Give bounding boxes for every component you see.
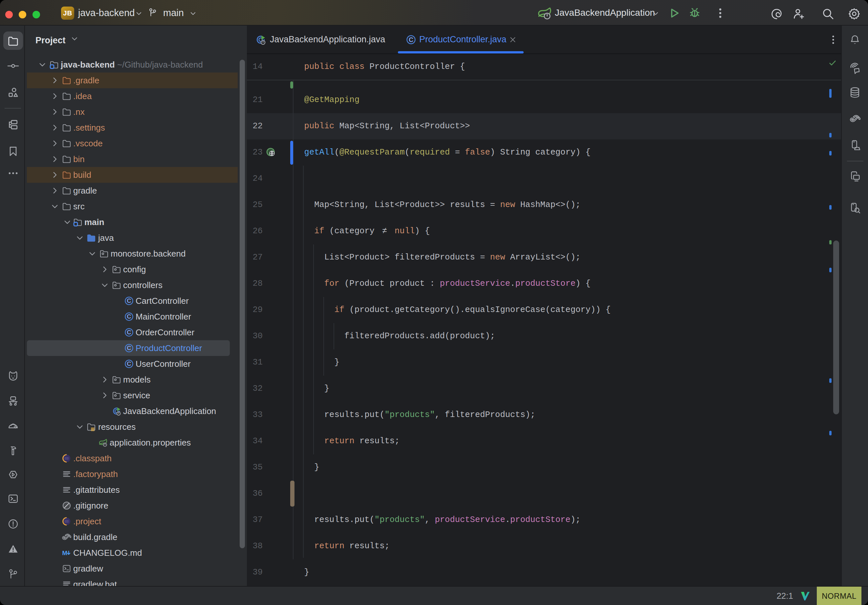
svg-text:C: C: [127, 297, 131, 304]
svg-text:C: C: [409, 36, 413, 43]
svg-text:C: C: [127, 313, 131, 320]
svg-text:C: C: [127, 360, 131, 367]
svg-text:M: M: [62, 549, 67, 557]
svg-text:C: C: [127, 329, 131, 336]
svg-text:C: C: [127, 345, 131, 351]
